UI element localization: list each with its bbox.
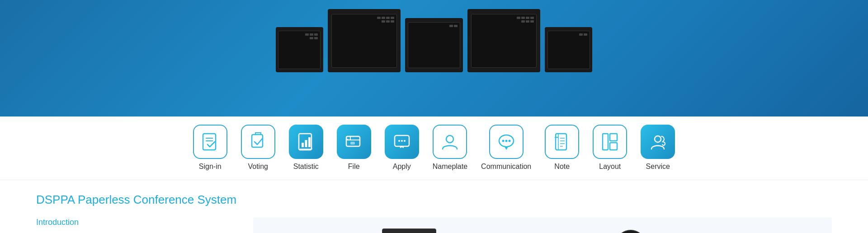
icon-item-file[interactable]: File [337,125,371,171]
sign-in-icon [200,132,220,152]
nameplate-icon-btn[interactable] [433,125,467,159]
communication-icon-btn[interactable] [489,125,524,159]
banner [0,0,868,116]
apply-label: Apply [393,163,411,171]
svg-point-12 [398,140,400,142]
svg-rect-9 [346,136,360,146]
statistic-icon [296,132,316,152]
svg-point-15 [446,135,453,143]
intro-subtitle: Introduction [36,218,235,227]
layout-icon-btn[interactable] [593,125,627,159]
apply-icon-btn[interactable] [385,125,419,159]
voting-icon-btn[interactable] [241,125,275,159]
sign-in-label: Sign-in [199,163,222,171]
svg-point-19 [508,140,510,142]
nameplate-label: Nameplate [433,163,467,171]
svg-rect-29 [610,143,617,150]
note-icon [552,132,572,152]
svg-rect-28 [610,134,617,141]
voting-icon [248,132,268,152]
intro-panel: Introduction DSPPA Paperless Conference … [36,218,253,233]
icon-item-layout[interactable]: Layout [593,125,627,171]
svg-rect-20 [556,134,566,150]
communication-icon [496,132,516,152]
layout-icon [600,132,620,152]
icons-row: Sign-in Voting Statistic [0,116,868,180]
diagram-server [382,228,436,233]
svg-rect-27 [603,134,608,150]
service-icon [648,132,668,152]
svg-point-30 [655,136,661,142]
device-3 [405,18,463,72]
diagram-panel [253,218,832,233]
svg-rect-6 [305,140,307,147]
file-icon-btn[interactable] [337,125,371,159]
svg-rect-0 [203,134,216,150]
layout-label: Layout [599,163,621,171]
device-4 [467,9,540,72]
device-2 [328,9,401,72]
voting-label: Voting [248,163,268,171]
icon-item-apply[interactable]: Apply [385,125,419,171]
svg-point-13 [401,140,403,142]
icon-item-statistic[interactable]: Statistic [289,125,323,171]
icon-item-communication[interactable]: Communication [481,125,531,171]
svg-rect-10 [350,142,355,144]
svg-point-17 [502,140,504,142]
content-area: Introduction DSPPA Paperless Conference … [36,218,832,233]
service-icon-btn[interactable] [641,125,675,159]
camera-unit-1 [617,230,644,233]
svg-point-14 [404,140,406,142]
icon-item-sign-in[interactable]: Sign-in [193,125,227,171]
file-label: File [348,163,360,171]
note-icon-btn[interactable] [545,125,579,159]
statistic-icon-btn[interactable] [289,125,323,159]
banner-devices [276,0,592,72]
bottom-section: DSPPA Paperless Conference System Introd… [0,180,868,233]
device-1 [276,27,323,72]
server-unit-1 [382,228,436,233]
service-label: Service [646,163,670,171]
apply-icon [392,132,412,152]
statistic-label: Statistic [293,163,319,171]
icon-item-note[interactable]: Note [545,125,579,171]
svg-rect-7 [308,137,311,147]
nameplate-icon [440,132,460,152]
icon-item-nameplate[interactable]: Nameplate [433,125,467,171]
communication-label: Communication [481,163,531,171]
section-title: DSPPA Paperless Conference System [36,193,832,207]
note-label: Note [554,163,570,171]
icon-item-service[interactable]: Service [641,125,675,171]
diagram-cameras [617,230,644,233]
icon-item-voting[interactable]: Voting [241,125,275,171]
sign-in-icon-btn[interactable] [193,125,227,159]
svg-point-18 [505,140,507,142]
device-5 [545,27,592,72]
svg-rect-5 [302,143,304,147]
file-icon [344,132,364,152]
